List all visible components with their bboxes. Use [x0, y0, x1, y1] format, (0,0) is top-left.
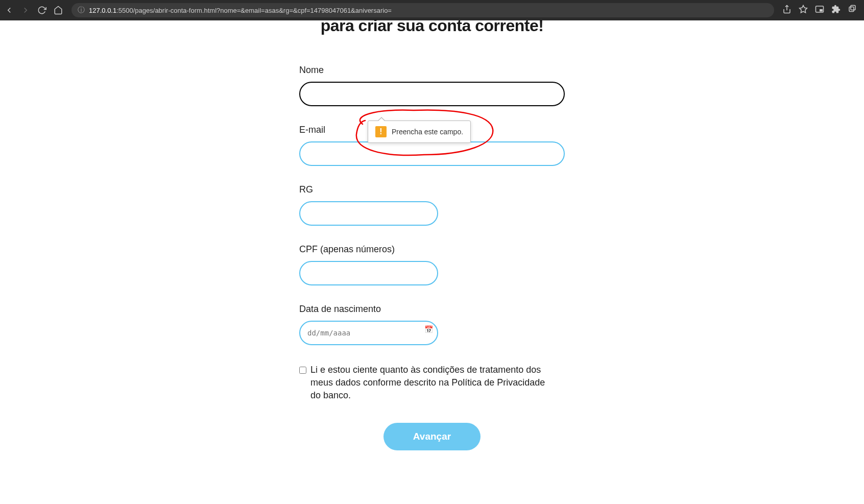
- consent-checkbox[interactable]: [299, 367, 306, 374]
- url-text: 127.0.0.1:5500/pages/abrir-conta-form.ht…: [89, 7, 392, 14]
- email-input[interactable]: [299, 141, 565, 166]
- nome-label: Nome: [299, 65, 565, 76]
- extension-icon[interactable]: [831, 5, 841, 16]
- form-group-nome: Nome: [299, 65, 565, 106]
- aniversario-input[interactable]: [299, 321, 438, 345]
- page-content: para criar sua conta corrente! Nome E-ma…: [0, 20, 864, 450]
- svg-rect-4: [849, 7, 854, 12]
- rg-label: RG: [299, 184, 565, 195]
- address-bar[interactable]: ⓘ 127.0.0.1:5500/pages/abrir-conta-form.…: [71, 3, 774, 17]
- forward-icon[interactable]: [20, 5, 31, 15]
- back-icon[interactable]: [4, 5, 14, 15]
- nome-input[interactable]: [299, 82, 565, 106]
- form-group-rg: RG: [299, 184, 565, 226]
- page-title: para criar sua conta corrente!: [321, 16, 544, 35]
- rg-input[interactable]: [299, 201, 438, 226]
- cpf-input[interactable]: [299, 261, 438, 285]
- calendar-icon[interactable]: 📅: [424, 325, 433, 333]
- share-icon[interactable]: [782, 5, 791, 16]
- svg-marker-1: [800, 6, 807, 13]
- form-group-cpf: CPF (apenas números): [299, 244, 565, 285]
- validation-tooltip: ! Preencha este campo.: [368, 121, 471, 143]
- validation-message: Preencha este campo.: [392, 128, 463, 136]
- home-icon[interactable]: [53, 5, 63, 15]
- pip-icon[interactable]: [815, 5, 824, 16]
- svg-rect-3: [820, 9, 823, 12]
- svg-rect-5: [851, 6, 855, 10]
- warning-icon: !: [375, 126, 387, 137]
- consent-row: Li e estou ciente quanto às condições de…: [299, 364, 565, 402]
- cpf-label: CPF (apenas números): [299, 244, 565, 255]
- form-group-aniversario: Data de nascimento 📅: [299, 304, 565, 345]
- overflow-icon[interactable]: [848, 5, 857, 16]
- aniversario-label: Data de nascimento: [299, 304, 565, 315]
- toolbar-right: [782, 5, 860, 16]
- submit-button[interactable]: Avançar: [383, 423, 481, 450]
- consent-label: Li e estou ciente quanto às condições de…: [310, 364, 550, 402]
- reload-icon[interactable]: [37, 5, 47, 15]
- star-icon[interactable]: [799, 5, 808, 16]
- info-icon[interactable]: ⓘ: [78, 6, 85, 15]
- nav-buttons: [4, 5, 63, 15]
